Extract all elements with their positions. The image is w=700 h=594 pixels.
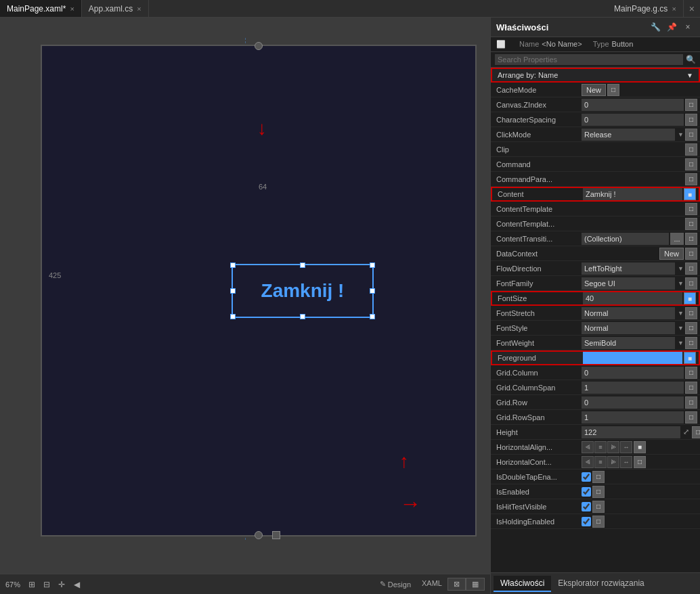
prop-canvas-zindex-sq[interactable]: □ [685, 99, 697, 111]
prop-ishittestvisible-checkbox[interactable] [582, 502, 591, 511]
prop-isdoubletapena-sq[interactable]: □ [592, 471, 605, 483]
prop-fontstyle-sq[interactable]: □ [685, 322, 697, 334]
prop-horizontalcont-sq[interactable]: □ [634, 456, 646, 468]
prop-contenttemplat-sq[interactable]: □ [685, 218, 697, 230]
prop-flowdirection-dropdown[interactable]: LeftToRight ▼ [582, 262, 684, 275]
prop-datacontext-new-btn[interactable]: New [659, 248, 684, 260]
tab-app-xaml-cs[interactable]: App.xaml.cs × [82, 0, 149, 17]
prop-grid-columnspan-input[interactable] [582, 382, 684, 394]
snap-icon[interactable]: ⊟ [41, 578, 53, 591]
layout-icon[interactable]: ⊠ [447, 578, 466, 591]
prop-characterspacing-sq[interactable]: □ [685, 114, 697, 126]
prop-fontstretch-sq[interactable]: □ [685, 307, 697, 319]
handle-tm[interactable] [300, 262, 305, 268]
prop-horizontalalign-sq[interactable]: ■ [634, 441, 646, 453]
prop-contenttemplate-sq[interactable]: □ [685, 203, 697, 215]
prop-grid-rowspan-sq[interactable]: □ [685, 411, 697, 424]
prop-grid-column-input[interactable] [582, 367, 684, 379]
tab-mainpage-xaml-close[interactable]: × [70, 5, 74, 13]
prop-foreground-color-swatch[interactable] [583, 352, 682, 364]
handle-tr[interactable] [370, 262, 375, 268]
tab-mainpage-xaml[interactable]: MainPage.xaml* × [0, 0, 82, 17]
prop-contenttransiti-sq[interactable]: □ [685, 233, 697, 245]
tab-mainpage-g-cs[interactable]: MainPage.g.cs × [607, 0, 684, 17]
tab-mainpage-g-cs-close[interactable]: × [672, 5, 676, 13]
hcont-left-icon[interactable]: ⫷ [582, 456, 594, 468]
handle-bottom-sq[interactable] [272, 531, 280, 539]
prop-fontsize-sq[interactable]: ■ [684, 292, 696, 304]
prop-clickmode-dropdown[interactable]: Release ▼ [582, 129, 684, 141]
prop-grid-column-sq[interactable]: □ [685, 367, 697, 379]
canvas-container[interactable]: 425 64 Zamknij ! [0, 18, 490, 574]
prop-cachemode-new-btn[interactable]: New [582, 84, 606, 96]
panel-tab-wlasciwosci[interactable]: Właściwości [494, 576, 551, 592]
hcont-stretch-icon[interactable]: ↔ [620, 456, 632, 468]
prop-height-input[interactable] [582, 426, 680, 438]
prop-fontweight-sq[interactable]: □ [685, 337, 697, 349]
hcont-right-icon[interactable]: ⫸ [607, 456, 619, 468]
nav-left-icon[interactable]: ◀ [70, 578, 83, 591]
prop-content-input[interactable] [583, 188, 682, 200]
prop-fontfamily-dropdown[interactable]: Segoe UI ▼ [582, 277, 684, 290]
tab-bar-close[interactable]: × [684, 0, 700, 17]
handle-bm[interactable] [300, 314, 305, 319]
prop-datacontext-sq[interactable]: □ [685, 248, 697, 260]
panel-tab-eksplorator[interactable]: Eksplorator rozwiązania [551, 576, 651, 592]
prop-content-sq[interactable]: ■ [684, 188, 696, 200]
design-tab[interactable]: ✎ Design [374, 578, 416, 591]
grid-icon[interactable]: ⊞ [26, 578, 38, 591]
prop-isdoubletapena-checkbox[interactable] [582, 472, 591, 482]
arrange-bar[interactable]: Arrange by: Name ▼ [491, 68, 700, 83]
prop-isholdingenabled-sq[interactable]: □ [592, 516, 605, 528]
prop-fontstyle-dropdown[interactable]: Normal ▼ [582, 322, 684, 334]
align-right-icon[interactable]: ⫸ [607, 441, 619, 453]
prop-grid-row-input[interactable] [582, 396, 684, 409]
prop-fontsize-input[interactable] [583, 292, 682, 304]
prop-height-sq[interactable]: □ [692, 426, 700, 438]
prop-isenabled-sq[interactable]: □ [592, 486, 605, 498]
handle-bottom[interactable] [255, 531, 263, 539]
prop-isholdingenabled-checkbox[interactable] [582, 517, 591, 526]
align-left-icon[interactable]: ⫷ [582, 441, 594, 453]
prop-characterspacing-input[interactable] [582, 114, 684, 126]
align-center-icon[interactable]: ≡ [594, 441, 607, 453]
props-tool-icon[interactable]: 🔧 [649, 20, 662, 34]
prop-grid-columnspan-sq[interactable]: □ [685, 382, 697, 394]
prop-ishittestvisible-sq[interactable]: □ [592, 501, 605, 513]
prop-grid-row-sq[interactable]: □ [685, 396, 697, 409]
prop-height: Height ⤢ □ [491, 425, 700, 440]
search-input[interactable] [495, 54, 683, 65]
prop-cachemode-sq-btn[interactable]: □ [607, 84, 619, 96]
prop-isenabled-checkbox[interactable] [582, 487, 591, 497]
prop-fontfamily-sq[interactable]: □ [685, 277, 697, 290]
handle-tl[interactable] [230, 262, 236, 268]
prop-commandpara-sq[interactable]: □ [685, 173, 697, 185]
handle-mr[interactable] [370, 288, 375, 294]
prop-fontweight-dropdown[interactable]: SemiBold ▼ [582, 337, 684, 349]
prop-characterspacing-label: CharacterSpacing [494, 116, 582, 124]
pan-icon[interactable]: ✛ [56, 578, 68, 591]
props-pin-icon[interactable]: 📌 [665, 20, 678, 34]
align-stretch-icon[interactable]: ↔ [620, 441, 632, 453]
prop-command-sq[interactable]: □ [685, 158, 697, 170]
preview-icon[interactable]: ▦ [466, 578, 485, 591]
handle-ml[interactable] [230, 288, 236, 294]
prop-canvas-zindex-input[interactable] [582, 99, 684, 111]
xaml-tab[interactable]: XAML [416, 578, 447, 591]
handle-bl[interactable] [230, 314, 236, 319]
prop-fontstretch-label: FontStretch [494, 309, 582, 317]
prop-clickmode-sq[interactable]: □ [685, 129, 697, 141]
hcont-center-icon[interactable]: ≡ [594, 456, 607, 468]
prop-foreground-sq[interactable]: ■ [684, 352, 696, 364]
prop-contenttransiti-dots[interactable]: ... [670, 233, 684, 245]
prop-fontstretch-dropdown[interactable]: Normal ▼ [582, 307, 684, 319]
prop-flowdirection-sq[interactable]: □ [685, 262, 697, 275]
prop-clip-sq[interactable]: □ [685, 143, 697, 156]
handle-br[interactable] [370, 314, 375, 319]
prop-grid-rowspan-input[interactable] [582, 411, 684, 424]
prop-height-expand-icon[interactable]: ⤢ [682, 428, 691, 436]
props-close-icon[interactable]: × [681, 20, 695, 34]
canvas-button[interactable]: Zamknij ! [232, 264, 374, 318]
tab-app-xaml-cs-close[interactable]: × [137, 5, 141, 13]
handle-top[interactable] [255, 42, 263, 50]
